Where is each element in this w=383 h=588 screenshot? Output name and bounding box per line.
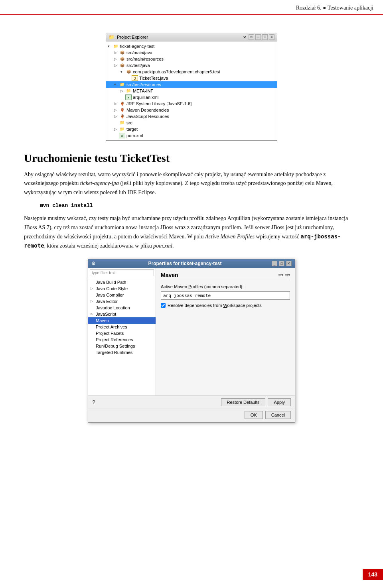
sidebar-label: Targeted Runtimes	[96, 350, 132, 355]
resolve-label: Resolve dependencies from Workspace proj…	[168, 303, 262, 308]
dialog-section-title-text: Maven	[161, 272, 178, 278]
restore-defaults-button[interactable]: Restore Defaults	[221, 398, 266, 406]
bullet-separator: ●	[323, 5, 326, 11]
body-paragraph-2: Następnie musimy wskazać, czy testy mają…	[24, 214, 359, 251]
tree-arrow: ▷	[114, 127, 119, 131]
ok-button[interactable]: OK	[245, 411, 263, 419]
sidebar-item-javadoc-location[interactable]: Javadoc Location	[88, 305, 156, 311]
tree-arrow: ▷	[114, 51, 119, 55]
maximize-icon[interactable]: □	[255, 34, 261, 40]
sidebar-item-targeted-runtimes[interactable]: Targeted Runtimes	[88, 349, 156, 356]
sidebar-label: Project Archives	[96, 324, 127, 329]
package-icon: 📦	[119, 50, 125, 55]
sidebar-item-project-references[interactable]: Project References	[88, 336, 156, 343]
apply-button[interactable]: Apply	[268, 398, 291, 406]
dialog-main-panel: Maven ⇦▾ ⇨▾ Active Maven Profiles (comma…	[156, 268, 295, 395]
sidebar-item-java-code-style[interactable]: ▷ Java Code Style	[88, 285, 156, 292]
tree-item[interactable]: ▷ 🏺 JavaScript Resources	[106, 113, 277, 120]
search-area	[88, 268, 156, 278]
sidebar-item-project-facets[interactable]: Project Facets	[88, 330, 156, 336]
arrow-icon: ▷	[91, 312, 95, 316]
resolve-checkbox[interactable]	[161, 303, 166, 308]
nav-forward-icon[interactable]: ⇨▾	[285, 273, 290, 277]
tree-arrow: ▷	[120, 89, 125, 93]
minimize-button[interactable]: _	[272, 261, 277, 266]
nav-back-icon[interactable]: ⇦▾	[278, 273, 283, 277]
sidebar-item-java-editor[interactable]: ▷ Java Editor	[88, 298, 156, 305]
close-icon-x: ✕	[243, 35, 246, 39]
sidebar-label: Java Build Path	[96, 280, 126, 285]
tree-item[interactable]: ▷ 📦 src/test/java	[106, 62, 277, 69]
view-menu-icon[interactable]: ▽	[262, 34, 268, 40]
tree-item[interactable]: ▷ 📁 META-INF	[106, 88, 277, 94]
tree-arrow: ▷	[114, 114, 119, 118]
active-profiles-input[interactable]	[161, 291, 290, 300]
folder-icon: 📁	[119, 120, 125, 126]
dialog-body: Java Build Path ▷ Java Code Style Java C…	[88, 268, 295, 395]
tree-label: ticket-agency-test	[120, 44, 154, 49]
close-button[interactable]: ✕	[286, 261, 292, 266]
minimize-icon[interactable]: ▭	[249, 34, 254, 40]
package-icon: 📦	[119, 56, 125, 62]
page-header: Rozdział 6. ● Testowanie aplikacji	[0, 0, 383, 15]
maximize-button[interactable]: □	[279, 261, 284, 266]
tree-label: src/main/java	[126, 50, 152, 55]
xml-icon: x	[119, 133, 125, 138]
package-icon: 📦	[125, 69, 132, 75]
dialog-nav-buttons: ⇦▾ ⇨▾	[278, 273, 290, 277]
sidebar-label: Java Code Style	[96, 286, 128, 291]
tree-label: target	[126, 127, 138, 132]
sidebar-label: Java Editor	[96, 299, 118, 304]
arrow-icon: ▷	[91, 287, 95, 290]
folder-icon: 📁	[125, 88, 132, 94]
eclipse-toolbar: ▭ □ ▽ ◈	[249, 34, 274, 40]
tree-item[interactable]: ▷ 📁 target	[106, 126, 277, 132]
tree-item[interactable]: ▷ 📦 src/main/java	[106, 49, 277, 56]
jar-icon: 🏺	[119, 107, 125, 113]
help-icon[interactable]: ?	[92, 399, 95, 405]
sidebar-item-java-build-path[interactable]: Java Build Path	[88, 279, 156, 285]
pin-icon[interactable]: ◈	[269, 34, 274, 40]
dialog-section-header: Maven ⇦▾ ⇨▾	[161, 272, 290, 280]
tree-arrow: ▷	[114, 57, 119, 61]
tree-item[interactable]: ▷ 🏺 JRE System Library [JavaSE-1.6]	[106, 100, 277, 107]
tree-item[interactable]: ▷ 📦 src/main/resources	[106, 56, 277, 62]
properties-dialog: ⚙ Properties for ticket-agency-test _ □ …	[88, 259, 295, 423]
folder-icon: 📁	[119, 126, 125, 132]
cancel-button[interactable]: Cancel	[265, 411, 291, 419]
project-explorer-screenshot: 📁 Project Explorer ✕ ▭ □ ▽ ◈ ▾ 📁 ticket-…	[106, 33, 277, 141]
sidebar-item-javascript[interactable]: ▷ JavaScript	[88, 311, 156, 317]
folder-icon: 📁	[109, 34, 115, 40]
tree-item[interactable]: 📁 src	[106, 120, 277, 126]
sidebar-item-project-archives[interactable]: Project Archives	[88, 324, 156, 330]
sidebar-tree: Java Build Path ▷ Java Code Style Java C…	[88, 278, 156, 389]
tree-item[interactable]: ▾ 📁 ticket-agency-test	[106, 43, 277, 49]
tree-item[interactable]: J TicketTest.java	[106, 75, 277, 81]
sidebar-item-java-compiler[interactable]: Java Compiler	[88, 292, 156, 298]
sidebar-item-maven[interactable]: Maven	[88, 317, 156, 324]
dialog-sidebar: Java Build Path ▷ Java Code Style Java C…	[88, 268, 156, 395]
tree-item[interactable]: x pom.xml	[106, 132, 277, 139]
sidebar-item-run-debug[interactable]: Run/Debug Settings	[88, 343, 156, 349]
tree-item[interactable]: ▾ 📁 src/test/resources	[106, 81, 277, 88]
tree-arrow: ▾	[114, 83, 119, 87]
page-number: 143	[363, 569, 383, 580]
tree-arrow: ▷	[114, 102, 119, 106]
tree-item[interactable]: ▾ 📦 com.packtpub.as7development.chapter6…	[106, 69, 277, 75]
tree-label: src/test/java	[126, 63, 150, 68]
sidebar-label: Java Compiler	[96, 293, 124, 297]
sidebar-label: Run/Debug Settings	[96, 344, 135, 348]
sidebar-label: Maven	[96, 318, 109, 323]
jar-icon: 🏺	[119, 101, 125, 106]
xml-icon: x	[125, 94, 132, 100]
tree-label: arquillian.xml	[133, 95, 158, 100]
tree-label: JRE System Library [JavaSE-1.6]	[126, 101, 192, 106]
resolve-checkbox-row: Resolve dependencies from Workspace proj…	[161, 303, 290, 308]
sidebar-label: JavaScript	[96, 312, 116, 317]
tree-item[interactable]: ▷ 🏺 Maven Dependencies	[106, 107, 277, 113]
folder-icon: 📁	[113, 43, 119, 49]
filter-input[interactable]	[90, 269, 154, 276]
tree-label: src	[126, 120, 132, 125]
arrow-icon: ▷	[91, 299, 95, 303]
tree-item[interactable]: x arquillian.xml	[106, 94, 277, 100]
